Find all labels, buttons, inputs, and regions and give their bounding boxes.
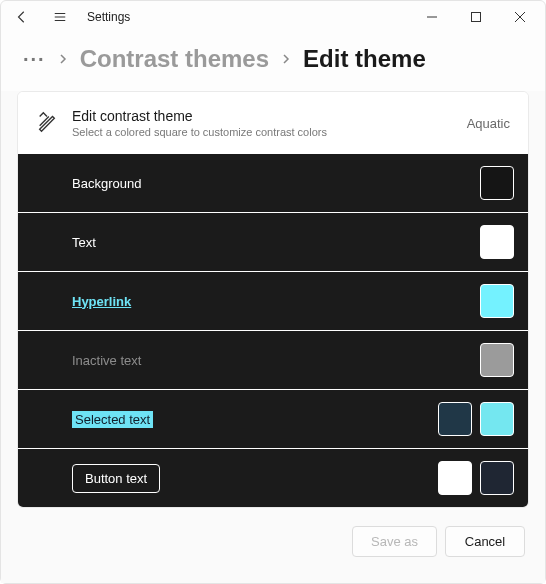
color-swatch[interactable]	[480, 166, 514, 200]
row-hyperlink: Hyperlink	[18, 272, 528, 331]
card-header: Edit contrast theme Select a colored squ…	[18, 92, 528, 154]
row-text: Text	[18, 213, 528, 272]
close-button[interactable]	[499, 3, 541, 31]
card-subtitle: Select a colored square to customize con…	[72, 126, 453, 138]
palette-icon	[36, 111, 58, 136]
settings-window: Settings ··· Contrast themes Edit theme	[0, 0, 546, 584]
breadcrumb-more-icon[interactable]: ···	[23, 49, 46, 69]
back-arrow-icon	[15, 10, 29, 24]
color-swatch[interactable]	[480, 284, 514, 318]
color-swatch[interactable]	[480, 225, 514, 259]
row-label: Inactive text	[72, 353, 472, 368]
minimize-button[interactable]	[411, 3, 453, 31]
breadcrumb: ··· Contrast themes Edit theme	[1, 33, 545, 91]
window-title: Settings	[87, 10, 130, 24]
row-button-text: Button text	[18, 449, 528, 507]
color-swatch[interactable]	[480, 402, 514, 436]
color-swatch[interactable]	[438, 461, 472, 495]
row-inactive-text: Inactive text	[18, 331, 528, 390]
maximize-icon	[471, 12, 481, 22]
theme-name: Aquatic	[467, 116, 510, 131]
row-label: Text	[72, 235, 472, 250]
maximize-button[interactable]	[455, 3, 497, 31]
breadcrumb-parent[interactable]: Contrast themes	[80, 45, 269, 73]
save-as-button[interactable]: Save as	[352, 526, 437, 557]
row-label: Hyperlink	[72, 294, 472, 309]
content-area: Edit contrast theme Select a colored squ…	[1, 91, 545, 583]
close-icon	[515, 12, 525, 22]
color-swatch[interactable]	[438, 402, 472, 436]
row-label: Selected text	[72, 411, 153, 428]
hamburger-icon	[53, 10, 67, 24]
svg-rect-0	[472, 13, 481, 22]
back-button[interactable]	[5, 3, 39, 31]
row-selected-text: Selected text	[18, 390, 528, 449]
footer: Save as Cancel	[17, 508, 529, 561]
cancel-button[interactable]: Cancel	[445, 526, 525, 557]
color-rows: Background Text Hyperlink Inactive text	[18, 154, 528, 507]
chevron-right-icon	[58, 51, 68, 67]
row-background: Background	[18, 154, 528, 213]
color-swatch[interactable]	[480, 343, 514, 377]
breadcrumb-current: Edit theme	[303, 45, 426, 73]
card-title: Edit contrast theme	[72, 108, 453, 124]
chevron-right-icon	[281, 51, 291, 67]
theme-card: Edit contrast theme Select a colored squ…	[17, 91, 529, 508]
color-swatch[interactable]	[480, 461, 514, 495]
titlebar: Settings	[1, 1, 545, 33]
minimize-icon	[427, 12, 437, 22]
row-label: Button text	[72, 464, 160, 493]
menu-button[interactable]	[43, 3, 77, 31]
row-label: Background	[72, 176, 472, 191]
